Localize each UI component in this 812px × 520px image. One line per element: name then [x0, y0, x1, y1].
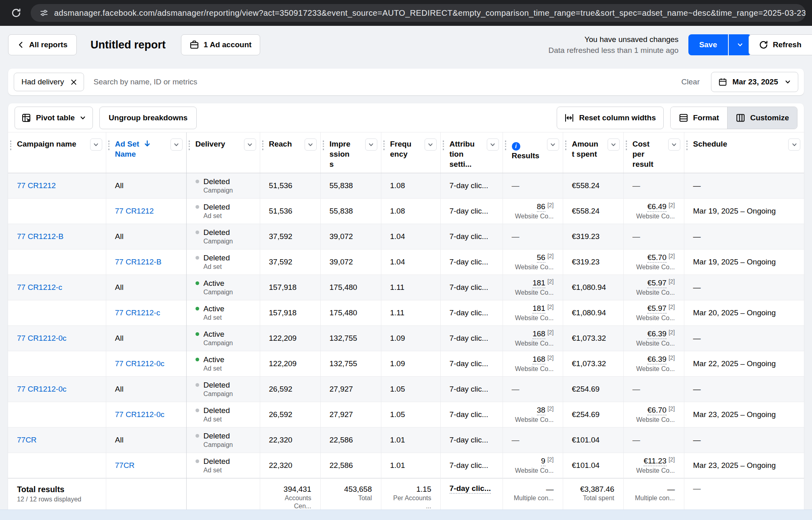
- adset-name-cell: All: [106, 325, 186, 351]
- campaign-link[interactable]: 77 CR1212-c: [17, 283, 62, 291]
- table-row: 77 CR1212DeletedAd set51,53655,8381.087-…: [8, 198, 804, 224]
- adset-link[interactable]: 77 CR1212-c: [115, 308, 160, 317]
- column-menu-chevron-icon[interactable]: [305, 138, 317, 151]
- pivot-table-button[interactable]: Pivot table: [15, 107, 93, 129]
- column-menu-chevron-icon[interactable]: [90, 138, 102, 151]
- delivery-level: Campaign: [204, 390, 233, 398]
- adset-link[interactable]: 77 CR1212-B: [115, 258, 162, 266]
- metric-value: €5.70: [647, 253, 667, 263]
- adset-name-cell: 77 CR1212-0c: [106, 402, 186, 427]
- column-menu-chevron-icon[interactable]: [244, 138, 256, 151]
- table-row: 77CRAllDeletedCampaign22,32022,5861.017-…: [8, 427, 804, 453]
- column-header-delivery[interactable]: Delivery: [186, 132, 260, 173]
- column-menu-chevron-icon[interactable]: [425, 138, 437, 151]
- report-header: All reports Untitled report 1 Ad account…: [0, 26, 812, 64]
- column-menu-chevron-icon[interactable]: [668, 138, 680, 151]
- campaign-link[interactable]: 77CR: [17, 436, 37, 444]
- impressions-cell: 175,480: [320, 300, 381, 325]
- adset-link[interactable]: 77 CR1212-0c: [115, 359, 165, 368]
- save-options-button[interactable]: [729, 34, 751, 55]
- date-range-button[interactable]: Mar 23, 2025: [711, 72, 798, 92]
- metric-footnote: [2]: [669, 304, 675, 310]
- adset-all-label: All: [115, 283, 124, 291]
- results-cell: 168[2]Website Co...: [503, 325, 563, 351]
- adset-name-cell: 77CR: [106, 453, 186, 478]
- metric-footnote: [2]: [669, 253, 675, 259]
- results-cell: 86[2]Website Co...: [503, 198, 563, 224]
- had-delivery-filter-chip[interactable]: Had delivery: [14, 73, 84, 91]
- column-header-campaign-name[interactable]: Campaign name: [8, 132, 106, 173]
- column-menu-chevron-icon[interactable]: [170, 138, 183, 151]
- adset-all-label: All: [115, 334, 124, 342]
- refresh-button[interactable]: Refresh: [749, 34, 812, 55]
- campaign-link[interactable]: 77 CR1212: [17, 181, 56, 190]
- delivery-status: Deleted: [204, 431, 233, 441]
- campaign-link[interactable]: 77 CR1212-0c: [17, 385, 67, 393]
- reload-icon[interactable]: [9, 6, 23, 20]
- adset-name-cell: 77 CR1212-0c: [106, 351, 186, 376]
- ad-account-button[interactable]: 1 Ad account: [181, 34, 260, 55]
- chevron-left-icon: [17, 41, 25, 48]
- column-menu-chevron-icon[interactable]: [487, 138, 499, 151]
- column-header-reach[interactable]: Reach: [260, 132, 320, 173]
- delivery-status-dot: [196, 281, 199, 285]
- ungroup-breakdowns-button[interactable]: Ungroup breakdowns: [99, 107, 197, 129]
- column-header-results[interactable]: Results: [503, 132, 563, 173]
- delivery-level: Campaign: [204, 288, 233, 296]
- adset-link[interactable]: 77CR: [115, 461, 135, 470]
- horizontal-scrollbar[interactable]: [0, 510, 812, 520]
- site-settings-icon[interactable]: [40, 8, 48, 17]
- url-bar[interactable]: adsmanager.facebook.com/adsmanager/repor…: [31, 4, 806, 22]
- column-menu-chevron-icon[interactable]: [547, 138, 559, 151]
- metric-sublabel: Website Co...: [512, 365, 554, 373]
- metric-sublabel: Website Co...: [633, 263, 675, 271]
- column-header-cost-per-result[interactable]: Cost per result: [623, 132, 684, 173]
- column-menu-chevron-icon[interactable]: [788, 138, 800, 151]
- column-menu-chevron-icon[interactable]: [608, 138, 620, 151]
- attribution-setting-cell: 7-day clic...: [440, 427, 503, 453]
- attribution-setting-cell: 7-day clic...: [440, 325, 503, 351]
- delivery-status: Active: [204, 304, 225, 314]
- column-header-schedule[interactable]: Schedule: [684, 132, 804, 173]
- campaign-name-cell: 77 CR1212: [8, 173, 106, 198]
- close-icon[interactable]: [70, 79, 77, 86]
- campaign-name-cell: [8, 300, 106, 325]
- cost-per-result-cell: —: [623, 376, 684, 402]
- column-header-attribution-setting[interactable]: Attribution setti...: [440, 132, 503, 173]
- schedule-cell: Mar 20, 2025 – Ongoing: [684, 300, 804, 325]
- delivery-status-dot: [196, 205, 199, 209]
- format-button[interactable]: Format: [671, 107, 727, 129]
- column-header-adset-name[interactable]: Ad Set Name: [106, 132, 186, 173]
- column-header-impressions[interactable]: Impressions: [320, 132, 381, 173]
- customize-button[interactable]: Customize: [727, 107, 797, 129]
- column-menu-chevron-icon[interactable]: [365, 138, 377, 151]
- frequency-cell: 1.08: [381, 173, 440, 198]
- info-icon[interactable]: [512, 142, 520, 151]
- chevron-down-icon: [737, 42, 743, 48]
- cost-per-result-cell: €5.70[2]Website Co...: [623, 249, 684, 275]
- reach-cell: 51,536: [260, 198, 320, 224]
- clear-filters-button[interactable]: Clear: [682, 78, 700, 86]
- search-input[interactable]: [94, 78, 682, 86]
- metric-value: €5.97: [647, 304, 667, 314]
- total-delivery-cell: [186, 478, 260, 510]
- adset-name-cell: 77 CR1212: [106, 198, 186, 224]
- save-button[interactable]: Save: [688, 34, 728, 55]
- table-row: 77 CR1212-cAllActiveCampaign157,918175,4…: [8, 275, 804, 300]
- column-header-amount-spent[interactable]: Amount spent: [563, 132, 623, 173]
- reset-column-widths-button[interactable]: Reset column widths: [557, 107, 663, 129]
- frequency-cell: 1.08: [381, 198, 440, 224]
- schedule-cell: —: [684, 325, 804, 351]
- reach-cell: 26,592: [260, 402, 320, 427]
- sort-descending-icon[interactable]: [143, 140, 151, 147]
- column-header-frequency[interactable]: Frequency: [381, 132, 440, 173]
- adset-link[interactable]: 77 CR1212: [115, 207, 154, 215]
- campaign-link[interactable]: 77 CR1212-B: [17, 232, 63, 241]
- adset-link[interactable]: 77 CR1212-0c: [115, 410, 165, 419]
- delivery-cell: DeletedCampaign: [186, 427, 260, 453]
- all-reports-button[interactable]: All reports: [8, 34, 77, 55]
- table-row: 77 CR1212-BDeletedAd set37,59239,0721.04…: [8, 249, 804, 275]
- reach-cell: 122,209: [260, 351, 320, 376]
- campaign-link[interactable]: 77 CR1212-0c: [17, 334, 67, 342]
- ad-account-icon: [189, 40, 199, 50]
